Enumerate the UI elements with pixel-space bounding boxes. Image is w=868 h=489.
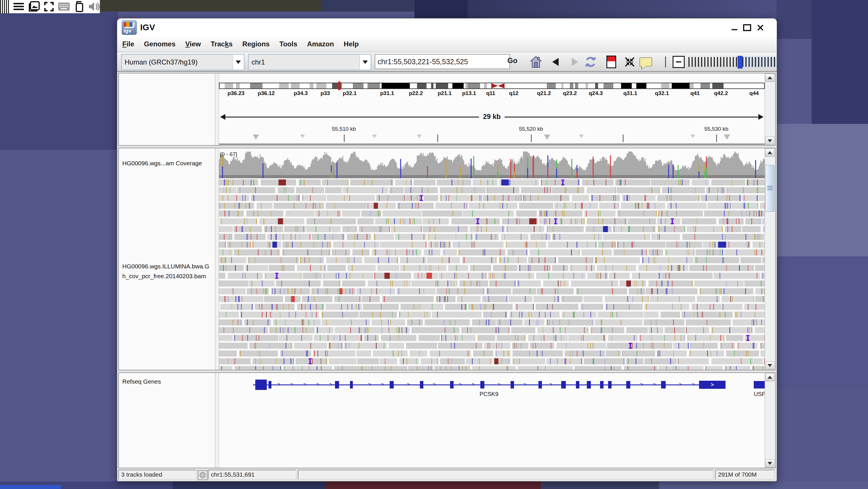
cytoband[interactable] — [710, 83, 712, 88]
cytoband[interactable] — [570, 83, 573, 88]
menu-tools[interactable]: Tools — [279, 40, 297, 48]
cytoband[interactable] — [661, 83, 670, 88]
fit-to-window-icon[interactable] — [623, 55, 636, 68]
cytoband[interactable] — [632, 83, 636, 88]
zoom-tick[interactable] — [745, 57, 747, 67]
cytoband[interactable] — [480, 83, 484, 88]
gene-data-area[interactable]: >>>>>>>>>>>>>>>>>>>PCSK9USP24 — [219, 373, 765, 468]
minimize-button[interactable] — [730, 24, 739, 32]
cytoband[interactable] — [484, 83, 487, 88]
cytoband[interactable] — [712, 83, 723, 88]
zoom-tick[interactable] — [752, 57, 753, 67]
zoom-tick[interactable] — [711, 57, 712, 67]
cytoband[interactable] — [427, 83, 431, 88]
cytoband[interactable] — [487, 83, 492, 88]
zoom-tick[interactable] — [774, 57, 775, 67]
scroll-down-button[interactable] — [765, 362, 774, 370]
cytoband[interactable] — [468, 83, 480, 88]
menu-regions[interactable]: Regions — [242, 40, 270, 48]
cytoband[interactable] — [693, 83, 700, 88]
cytoband[interactable] — [240, 83, 250, 88]
cytoband[interactable] — [636, 83, 646, 88]
cytoband[interactable] — [504, 83, 547, 88]
cytoband[interactable] — [310, 83, 314, 88]
menu-file[interactable]: File — [122, 40, 134, 48]
locus-data-area[interactable]: p36.23p36.12p34.3p33p32.1p31.1p22.2p21.1… — [219, 74, 765, 145]
gene-exon[interactable] — [450, 381, 454, 389]
scroll-down-button[interactable] — [765, 137, 774, 145]
zoom-tick[interactable] — [723, 57, 724, 67]
scroll-up-button[interactable] — [765, 74, 774, 82]
cytoband[interactable] — [417, 83, 427, 88]
cytoband[interactable] — [670, 83, 672, 88]
chevron-down-icon[interactable] — [232, 55, 244, 70]
menu-genomes[interactable]: Genomes — [144, 40, 175, 48]
cytoband[interactable] — [316, 83, 327, 88]
back-icon[interactable] — [549, 55, 562, 68]
gene-label-usp24[interactable]: USP24 — [754, 391, 765, 397]
gene-exon[interactable] — [608, 381, 612, 389]
alignment-track-name-line2[interactable]: h_cov_pcr_free.20140203.bam — [122, 273, 206, 280]
gene-exon[interactable] — [390, 381, 394, 389]
scroll-up-button[interactable] — [765, 149, 774, 157]
chromosome-select[interactable]: chr1 — [248, 54, 371, 70]
zoom-tick[interactable] — [717, 57, 718, 67]
gene-exon[interactable] — [600, 381, 603, 389]
cytoband[interactable] — [448, 83, 453, 88]
title-bar[interactable]: igv IGV — [117, 19, 777, 36]
zoom-tick[interactable] — [726, 57, 727, 67]
cytoband[interactable] — [588, 83, 595, 88]
zoom-tick[interactable] — [720, 57, 721, 67]
cytoband[interactable] — [291, 83, 299, 88]
gene-exon[interactable] — [754, 381, 765, 389]
cytoband[interactable] — [547, 83, 556, 88]
cytoband[interactable] — [353, 83, 364, 88]
cytoband[interactable] — [410, 83, 417, 88]
gene-exon[interactable] — [661, 381, 666, 389]
menu-help[interactable]: Help — [344, 40, 359, 48]
cytoband[interactable] — [431, 83, 433, 88]
coverage-histogram[interactable] — [219, 151, 765, 178]
menu-icon[interactable] — [13, 1, 24, 12]
zoom-tick[interactable] — [701, 57, 702, 67]
zoom-tick[interactable] — [730, 57, 731, 67]
cytoband[interactable] — [613, 83, 621, 88]
zoom-tick[interactable] — [704, 57, 705, 67]
cytoband[interactable] — [250, 83, 262, 88]
gene-exon[interactable] — [269, 381, 271, 389]
zoom-tick[interactable] — [755, 57, 756, 67]
zoom-tick[interactable] — [749, 57, 750, 67]
cytoband[interactable] — [436, 83, 448, 88]
zoom-tick[interactable] — [771, 57, 772, 67]
screenshot-icon[interactable] — [28, 1, 40, 12]
zoom-tick[interactable] — [768, 57, 769, 67]
cytoband[interactable] — [586, 83, 588, 88]
close-button[interactable] — [755, 24, 765, 32]
alignment-data-area[interactable]: [0 - 67] — [219, 148, 765, 370]
cytoband[interactable] — [433, 83, 436, 88]
cytoband[interactable] — [262, 83, 279, 88]
menu-tracks[interactable]: Tracks — [211, 40, 232, 48]
centromere[interactable] — [491, 83, 504, 88]
gene-exon[interactable] — [420, 381, 423, 389]
cytoband[interactable] — [603, 83, 613, 88]
zoom-tick[interactable] — [698, 57, 699, 67]
tooltip-icon[interactable] — [639, 55, 652, 68]
home-icon[interactable] — [529, 55, 542, 68]
cytoband[interactable] — [723, 83, 737, 88]
gene-label-pcsk9[interactable]: PCSK9 — [479, 391, 498, 397]
chromosome-ideogram[interactable] — [219, 83, 765, 89]
gene-exon[interactable] — [561, 381, 566, 389]
zoom-tick[interactable] — [733, 57, 734, 67]
zoom-tick[interactable] — [695, 57, 696, 67]
define-region-icon[interactable] — [604, 55, 618, 68]
cytoband[interactable] — [279, 83, 289, 88]
cytoband[interactable] — [621, 83, 632, 88]
cytoband[interactable] — [225, 83, 233, 88]
gene-exon[interactable] — [538, 381, 542, 389]
cytoband[interactable] — [737, 83, 764, 88]
cytoband[interactable] — [382, 83, 410, 88]
gene-exon[interactable] — [480, 381, 484, 389]
read-pileup[interactable] — [219, 179, 765, 370]
drag-handle-icon[interactable] — [0, 0, 9, 13]
